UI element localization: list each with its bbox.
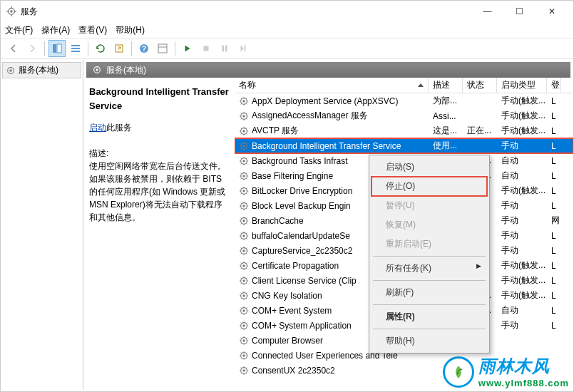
svg-point-105 <box>242 220 245 222</box>
cell-start: 自动 <box>497 168 547 183</box>
view-detail-button[interactable] <box>48 40 66 57</box>
svg-line-163 <box>246 292 247 293</box>
detail-pane: Background Intelligent Transfer Service … <box>83 78 235 390</box>
svg-line-30 <box>241 98 242 98</box>
cell-name: AppX Deployment Service (AppXSVC) <box>235 95 429 108</box>
svg-point-85 <box>242 190 245 192</box>
svg-line-101 <box>246 208 247 209</box>
gear-icon <box>239 306 249 316</box>
ctx-stop[interactable]: 停止(O) <box>371 177 487 196</box>
cell-desc: Assi... <box>429 110 463 123</box>
svg-line-141 <box>246 268 247 269</box>
maximize-button[interactable]: ☐ <box>503 1 535 21</box>
svg-point-55 <box>242 145 245 148</box>
table-row[interactable]: Background Intelligent Transfer Service使… <box>235 138 573 153</box>
svg-rect-18 <box>225 46 227 52</box>
tree-root[interactable]: 服务(本地) <box>2 62 81 78</box>
nav-back-button[interactable] <box>5 40 22 57</box>
svg-line-110 <box>241 217 242 218</box>
svg-line-31 <box>246 103 247 104</box>
cell-logon: L <box>547 110 561 123</box>
gear-icon <box>239 231 249 241</box>
svg-line-32 <box>241 103 242 104</box>
svg-line-111 <box>246 223 247 224</box>
col-desc[interactable]: 描述 <box>429 78 463 93</box>
menu-help[interactable]: 帮助(H) <box>116 24 145 36</box>
export-button[interactable] <box>111 40 128 57</box>
minimize-button[interactable]: — <box>471 1 503 21</box>
cell-logon <box>547 339 561 342</box>
start-link[interactable]: 启动 <box>89 123 106 133</box>
gear-icon <box>239 321 249 331</box>
cell-start: 手动 <box>497 213 547 228</box>
svg-line-90 <box>241 187 242 188</box>
col-status[interactable]: 状态 <box>463 78 497 93</box>
cell-logon: L <box>547 125 561 138</box>
watermark-badge <box>443 356 474 388</box>
svg-line-42 <box>241 118 242 119</box>
ctx-help[interactable]: 帮助(H) <box>371 331 487 351</box>
col-name[interactable]: 名称 <box>235 78 429 93</box>
col-logon[interactable]: 登 <box>547 78 561 93</box>
cell-desc: 为部... <box>429 93 463 108</box>
pause-service-button[interactable] <box>216 40 233 57</box>
gear-icon <box>239 366 249 376</box>
cell-logon: L <box>547 289 561 302</box>
svg-point-21 <box>9 69 12 72</box>
ctx-properties[interactable]: 属性(R) <box>371 307 487 326</box>
svg-point-95 <box>242 205 245 207</box>
svg-line-150 <box>241 277 242 278</box>
cell-logon: L <box>547 274 561 287</box>
cell-start <box>497 339 547 342</box>
gear-icon <box>92 65 102 75</box>
help-button[interactable]: ? <box>135 40 153 57</box>
start-service-button[interactable] <box>179 40 196 57</box>
svg-rect-7 <box>57 44 61 53</box>
svg-line-61 <box>246 148 247 149</box>
svg-line-63 <box>246 143 247 143</box>
svg-line-151 <box>246 283 247 284</box>
svg-rect-9 <box>71 48 80 49</box>
close-button[interactable]: ✕ <box>535 1 568 21</box>
svg-line-162 <box>241 298 242 299</box>
refresh-button[interactable] <box>92 40 109 57</box>
svg-line-201 <box>246 358 247 359</box>
svg-point-205 <box>242 369 245 372</box>
svg-point-65 <box>242 160 245 163</box>
svg-point-125 <box>242 249 245 252</box>
menu-view[interactable]: 查看(V) <box>78 24 107 36</box>
table-row[interactable]: AssignedAccessManager 服务Assi...手动(触发...L <box>235 108 573 123</box>
svg-line-51 <box>246 133 247 134</box>
ctx-start[interactable]: 启动(S) <box>371 158 487 177</box>
nav-forward-button[interactable] <box>24 40 41 57</box>
detail-desc-label: 描述: <box>89 147 229 160</box>
svg-line-202 <box>241 358 242 359</box>
stop-service-button[interactable] <box>198 40 215 57</box>
restart-service-button[interactable] <box>235 40 252 57</box>
svg-line-53 <box>246 128 247 128</box>
menu-file[interactable]: 文件(F) <box>5 24 33 36</box>
svg-point-175 <box>242 324 245 327</box>
ctx-alltasks[interactable]: 所有任务(K) <box>371 259 487 278</box>
table-row[interactable]: AVCTP 服务这是...正在...手动(触发...L <box>235 123 573 138</box>
svg-line-40 <box>241 113 242 113</box>
content-header: 服务(本地) <box>86 62 570 78</box>
svg-line-173 <box>246 307 247 308</box>
svg-line-171 <box>246 313 247 314</box>
properties-button[interactable] <box>154 40 171 57</box>
svg-point-25 <box>242 100 245 103</box>
svg-line-91 <box>246 193 247 194</box>
menu-action[interactable]: 操作(A) <box>41 24 70 36</box>
svg-point-35 <box>242 115 245 118</box>
toolbar: ? <box>1 38 573 59</box>
svg-point-145 <box>242 279 245 282</box>
watermark-url: www.ylmf888.com <box>478 378 569 388</box>
gear-icon <box>239 186 249 196</box>
watermark: 雨林木风 www.ylmf888.com <box>443 355 569 388</box>
col-start[interactable]: 启动类型 <box>497 78 547 93</box>
table-row[interactable]: AppX Deployment Service (AppXSVC)为部...手动… <box>235 93 573 108</box>
ctx-refresh[interactable]: 刷新(F) <box>371 283 487 302</box>
view-list-button[interactable] <box>67 40 84 57</box>
svg-line-160 <box>241 292 242 293</box>
cell-start: 手动(触发... <box>497 258 547 273</box>
